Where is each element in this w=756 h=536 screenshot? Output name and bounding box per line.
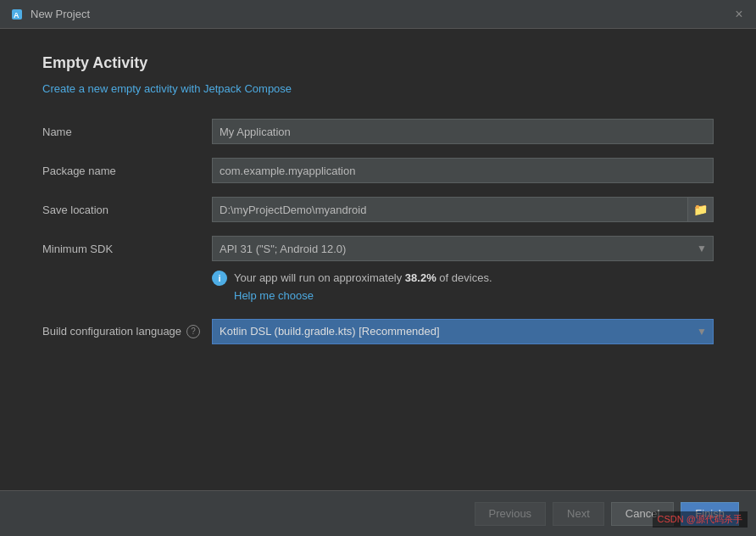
package-name-label: Package name [42,165,212,177]
next-button[interactable]: Next [553,502,604,526]
title-bar: A New Project × [0,0,756,29]
name-label: Name [42,126,212,138]
package-name-row: Package name [42,158,714,183]
browse-folder-button[interactable]: 📁 [688,197,714,222]
content-area: Empty Activity Create a new empty activi… [0,29,756,490]
close-button[interactable]: × [732,8,746,21]
build-config-row: Build configuration language ? Kotlin DS… [42,319,714,344]
activity-title: Empty Activity [42,54,714,72]
save-location-wrapper: 📁 [212,197,714,222]
info-percentage: 38.2% [405,271,436,284]
info-prefix: Your app will run on approximately [234,271,405,284]
build-config-select-wrapper: Kotlin DSL (build.gradle.kts) [Recommend… [212,319,714,344]
save-location-row: Save location 📁 [42,197,714,222]
info-suffix: of devices. [436,271,492,284]
build-config-select[interactable]: Kotlin DSL (build.gradle.kts) [Recommend… [212,319,714,344]
cancel-button[interactable]: Cancel [611,502,674,526]
previous-button[interactable]: Previous [475,502,547,526]
finish-button[interactable]: Finish [681,502,739,526]
build-config-label: Build configuration language ? [42,325,212,338]
activity-subtitle: Create a new empty activity with Jetpack… [42,82,714,95]
name-row: Name [42,119,714,144]
minimum-sdk-select[interactable]: API 31 ("S"; Android 12.0) [212,236,714,261]
footer: Previous Next Cancel Finish [0,490,756,536]
help-me-choose-link[interactable]: Help me choose [234,288,492,305]
save-location-label: Save location [42,204,212,216]
package-name-input[interactable] [212,158,714,183]
name-input[interactable] [212,119,714,144]
new-project-window: A New Project × Empty Activity Create a … [0,0,756,536]
sdk-info-text: Your app will run on approximately 38.2%… [234,270,492,305]
minimum-sdk-select-wrapper: API 31 ("S"; Android 12.0) ▼ [212,236,714,261]
sdk-info-row: i Your app will run on approximately 38.… [212,270,714,305]
window-title: New Project [31,8,732,20]
android-studio-icon: A [10,8,24,21]
folder-icon: 📁 [693,203,708,216]
minimum-sdk-label: Minimum SDK [42,243,212,255]
svg-text:A: A [14,11,19,20]
save-location-input[interactable] [212,197,688,222]
minimum-sdk-row: Minimum SDK API 31 ("S"; Android 12.0) ▼ [42,236,714,261]
build-label-text: Build configuration language [42,325,181,338]
build-config-help-icon[interactable]: ? [186,325,200,338]
info-icon: i [212,271,227,286]
